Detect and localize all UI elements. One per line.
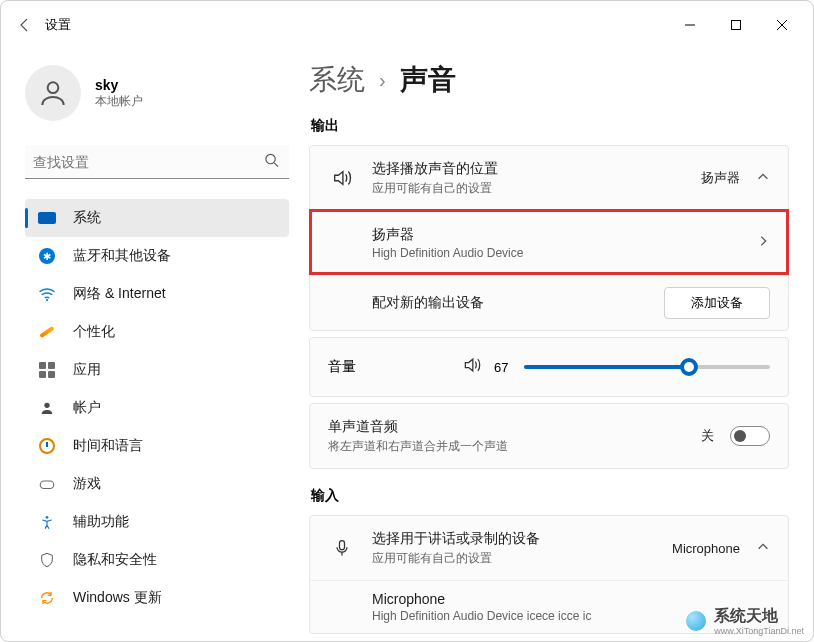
row-title: 配对新的输出设备: [372, 294, 664, 312]
nav-apps[interactable]: 应用: [25, 351, 289, 389]
wifi-icon: [37, 284, 57, 304]
row-title: 扬声器: [372, 226, 756, 244]
close-button[interactable]: [759, 9, 805, 41]
search-input[interactable]: [25, 145, 289, 179]
output-device-row[interactable]: 扬声器 High Definition Audio Device: [310, 210, 788, 274]
nav-network[interactable]: 网络 & Internet: [25, 275, 289, 313]
update-icon: [37, 588, 57, 608]
input-device-value: Microphone: [672, 541, 740, 556]
svg-point-8: [46, 516, 49, 519]
nav-label: 辅助功能: [73, 513, 129, 531]
chevron-up-icon: [756, 540, 770, 557]
svg-point-6: [44, 403, 49, 408]
nav-label: 应用: [73, 361, 101, 379]
chevron-right-icon: [756, 234, 770, 251]
svg-rect-7: [40, 481, 54, 489]
chevron-right-icon: ›: [379, 69, 386, 92]
search-icon: [264, 153, 279, 172]
accessibility-icon: [37, 512, 57, 532]
svg-point-5: [46, 299, 48, 301]
nav-label: 游戏: [73, 475, 101, 493]
nav-accessibility[interactable]: 辅助功能: [25, 503, 289, 541]
nav-label: 帐户: [73, 399, 101, 417]
row-title: 选择用于讲话或录制的设备: [372, 530, 672, 548]
watermark-text: 系统天地: [714, 607, 778, 624]
nav-label: 蓝牙和其他设备: [73, 247, 171, 265]
svg-point-3: [266, 154, 275, 163]
speaker-icon: [328, 167, 356, 189]
gamepad-icon: [37, 474, 57, 494]
section-input-title: 输入: [311, 487, 789, 505]
nav-label: 时间和语言: [73, 437, 143, 455]
nav-account[interactable]: 帐户: [25, 389, 289, 427]
row-subtitle: 将左声道和右声道合并成一个声道: [328, 438, 701, 455]
display-icon: [37, 208, 57, 228]
speaker-icon[interactable]: [462, 355, 482, 379]
chevron-up-icon: [756, 170, 770, 187]
row-title: 选择播放声音的位置: [372, 160, 701, 178]
row-subtitle: 应用可能有自己的设置: [372, 550, 672, 567]
mono-toggle[interactable]: [730, 426, 770, 446]
clock-icon: [37, 436, 57, 456]
nav-personalize[interactable]: 个性化: [25, 313, 289, 351]
breadcrumb: 系统 › 声音: [309, 61, 789, 99]
volume-label: 音量: [328, 358, 462, 376]
nav-label: 系统: [73, 209, 101, 227]
maximize-button[interactable]: [713, 9, 759, 41]
brush-icon: [37, 322, 57, 342]
avatar: [25, 65, 81, 121]
row-subtitle: High Definition Audio Device: [372, 246, 756, 260]
breadcrumb-parent[interactable]: 系统: [309, 61, 365, 99]
minimize-button[interactable]: [667, 9, 713, 41]
microphone-icon: [328, 538, 356, 558]
add-device-button[interactable]: 添加设备: [664, 287, 770, 319]
nav-label: 个性化: [73, 323, 115, 341]
row-subtitle: 应用可能有自己的设置: [372, 180, 701, 197]
nav-update[interactable]: Windows 更新: [25, 579, 289, 617]
mono-audio-row[interactable]: 单声道音频 将左声道和右声道合并成一个声道 关: [310, 404, 788, 468]
watermark-url: www.XiTongTianDi.net: [714, 627, 804, 636]
watermark: 系统天地 www.XiTongTianDi.net: [684, 606, 804, 636]
input-choose-row[interactable]: 选择用于讲话或录制的设备 应用可能有自己的设置 Microphone: [310, 516, 788, 580]
section-output-title: 输出: [311, 117, 789, 135]
breadcrumb-current: 声音: [400, 61, 456, 99]
shield-icon: [37, 550, 57, 570]
app-title: 设置: [45, 16, 71, 34]
person-icon: [37, 398, 57, 418]
user-name: sky: [95, 77, 143, 93]
volume-value: 67: [494, 360, 514, 375]
nav-label: Windows 更新: [73, 589, 162, 607]
row-title: Microphone: [372, 591, 770, 607]
nav-time[interactable]: 时间和语言: [25, 427, 289, 465]
output-device-value: 扬声器: [701, 169, 740, 187]
svg-point-2: [48, 82, 59, 93]
nav-system[interactable]: 系统: [25, 199, 289, 237]
user-profile[interactable]: sky 本地帐户: [25, 65, 289, 121]
pair-output-row: 配对新的输出设备 添加设备: [310, 274, 788, 330]
mono-toggle-label: 关: [701, 427, 714, 445]
user-type: 本地帐户: [95, 93, 143, 110]
nav-label: 隐私和安全性: [73, 551, 157, 569]
svg-line-4: [274, 163, 278, 167]
bluetooth-icon: ✱: [37, 246, 57, 266]
row-title: 单声道音频: [328, 418, 701, 436]
volume-slider[interactable]: [524, 357, 770, 377]
nav-game[interactable]: 游戏: [25, 465, 289, 503]
back-button[interactable]: [9, 9, 41, 41]
watermark-icon: [684, 609, 708, 633]
volume-row: 音量 67: [310, 338, 788, 396]
output-choose-row[interactable]: 选择播放声音的位置 应用可能有自己的设置 扬声器: [310, 146, 788, 210]
nav-privacy[interactable]: 隐私和安全性: [25, 541, 289, 579]
apps-icon: [37, 360, 57, 380]
svg-rect-1: [732, 21, 741, 30]
nav-bluetooth[interactable]: ✱蓝牙和其他设备: [25, 237, 289, 275]
nav-label: 网络 & Internet: [73, 285, 166, 303]
svg-rect-9: [340, 541, 345, 550]
